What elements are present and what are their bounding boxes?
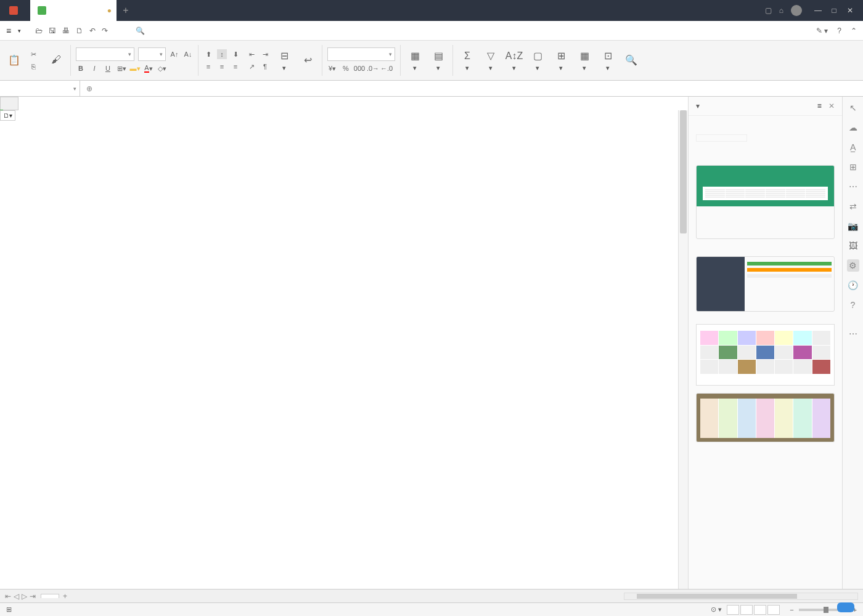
align-bottom-icon[interactable]: ⬇	[231, 49, 240, 59]
minimize-button[interactable]: —	[812, 6, 824, 15]
indent-right-icon[interactable]: ⇥	[260, 49, 270, 59]
view-read-icon[interactable]	[767, 605, 780, 615]
dots-icon[interactable]: ⋯	[847, 180, 859, 193]
comment-button[interactable]: ✎ ▾	[816, 26, 828, 35]
panel-tab-business[interactable]	[750, 134, 791, 142]
font-name-select[interactable]	[76, 47, 134, 61]
zoom-out-icon[interactable]: −	[790, 606, 793, 614]
merge-button[interactable]: ⊟ ▾	[275, 48, 293, 73]
freeze-button[interactable]: ⊡ ▾	[599, 48, 617, 73]
close-button[interactable]: ✕	[845, 6, 856, 15]
user-menu[interactable]	[791, 5, 805, 16]
italic-icon[interactable]: I	[89, 63, 99, 73]
panel-menu-icon[interactable]: ≡	[817, 102, 822, 110]
template-search-input[interactable]	[696, 134, 747, 142]
sheet-first-icon[interactable]: ⇤	[5, 592, 11, 601]
spreadsheet[interactable]: 🗋▾	[0, 97, 688, 589]
align-right-icon[interactable]: ≡	[231, 62, 240, 71]
align-top-icon[interactable]: ⬆	[203, 49, 213, 59]
home-icon[interactable]: ⌂	[779, 6, 783, 15]
status-ops-icon[interactable]: ⊙ ▾	[711, 606, 722, 614]
paste-options[interactable]: 🗋▾	[0, 110, 15, 121]
cut-button[interactable]: ✂	[28, 49, 42, 59]
view-break-icon[interactable]	[754, 605, 766, 615]
decrease-decimal-icon[interactable]: ←.0	[382, 63, 391, 73]
sort-button[interactable]: A↕Z ▾	[505, 48, 523, 73]
file-menu[interactable]: ▾	[16, 28, 21, 34]
filter-button[interactable]: ▽ ▾	[481, 48, 500, 73]
panel-close-icon[interactable]: ✕	[828, 102, 835, 110]
percent-icon[interactable]: %	[341, 63, 351, 73]
format-painter-button[interactable]: 🖌	[47, 52, 65, 69]
template-card-4[interactable]	[696, 393, 835, 442]
number-format-select[interactable]	[327, 47, 395, 61]
cursor-icon[interactable]: ↖	[847, 102, 859, 114]
collapse-ribbon-icon[interactable]: ⌃	[851, 26, 857, 35]
redo-icon[interactable]: ↷	[102, 26, 108, 35]
badge-icon[interactable]: ▢	[765, 6, 772, 15]
gear-icon[interactable]: ⚙	[847, 259, 859, 272]
view-page-icon[interactable]	[740, 605, 753, 615]
help-icon[interactable]: ?	[837, 26, 841, 35]
font-color-icon[interactable]: A▾	[144, 63, 153, 73]
panel-tab-education[interactable]	[793, 134, 835, 142]
increase-decimal-icon[interactable]: .0→	[368, 63, 378, 73]
print-icon[interactable]: 🖶	[62, 26, 70, 35]
currency-icon[interactable]: ¥▾	[327, 63, 337, 73]
trace-icon[interactable]: ⊕	[86, 84, 92, 93]
sum-button[interactable]: Σ ▾	[458, 48, 476, 73]
border-icon[interactable]: ⊞▾	[117, 63, 126, 73]
rtl-icon[interactable]: ¶	[260, 62, 270, 71]
template-card-2[interactable]	[696, 256, 835, 312]
sheet-prev-icon[interactable]: ◁	[14, 592, 19, 601]
underline-icon[interactable]: U	[103, 63, 113, 73]
document-tab[interactable]: ●	[30, 0, 117, 21]
view-normal-icon[interactable]	[727, 605, 739, 615]
sheet-tab-1[interactable]	[41, 594, 59, 598]
camera-icon[interactable]: 📷	[847, 220, 859, 232]
wrap-button[interactable]: ↩	[298, 52, 317, 69]
align-left-icon[interactable]: ≡	[203, 62, 213, 71]
table-icon[interactable]: ⊞	[847, 161, 859, 173]
indent-left-icon[interactable]: ⇤	[247, 49, 256, 59]
increase-font-icon[interactable]: A↑	[170, 49, 179, 59]
template-card-3[interactable]	[696, 324, 835, 386]
add-sheet-button[interactable]: +	[63, 592, 67, 601]
align-center-icon[interactable]: ≡	[217, 62, 227, 71]
comma-icon[interactable]: 000	[354, 63, 364, 73]
decrease-font-icon[interactable]: A↓	[183, 49, 193, 59]
select-all-corner[interactable]	[0, 97, 18, 110]
bold-icon[interactable]: B	[76, 63, 86, 73]
copy-button[interactable]: ⎘	[28, 62, 42, 71]
cloud-icon[interactable]: ☁	[847, 121, 859, 134]
orientation-icon[interactable]: ↗	[247, 62, 256, 71]
zoom-slider[interactable]	[799, 609, 848, 611]
rows-cols-button[interactable]: ⊞ ▾	[552, 48, 570, 73]
name-box[interactable]	[0, 81, 80, 96]
new-tab-button[interactable]: +	[117, 0, 135, 21]
horizontal-scrollbar[interactable]	[624, 593, 858, 600]
align-middle-icon[interactable]: ↕	[217, 49, 227, 59]
formula-input[interactable]	[104, 81, 863, 96]
font-size-select[interactable]	[138, 47, 166, 61]
text-icon[interactable]: A̲	[847, 141, 859, 153]
find-button[interactable]: 🔍	[622, 52, 640, 69]
image-icon[interactable]: 🖼	[847, 240, 859, 252]
command-search[interactable]: 🔍	[136, 26, 147, 35]
transfer-icon[interactable]: ⇄	[847, 200, 859, 213]
zoom-in-icon[interactable]: +	[853, 606, 857, 614]
format-button[interactable]: ▢ ▾	[528, 48, 547, 73]
history-icon[interactable]: 🕐	[847, 279, 859, 291]
help2-icon[interactable]: ?	[847, 299, 859, 311]
open-icon[interactable]: 🗁	[35, 26, 43, 35]
table-style-button[interactable]: ▤ ▾	[429, 48, 448, 73]
template-card-1[interactable]	[696, 165, 835, 239]
maximize-button[interactable]: □	[828, 6, 840, 15]
sheet-next-icon[interactable]: ▷	[22, 592, 27, 601]
more-icon[interactable]: ⋯	[847, 328, 859, 340]
menu-icon[interactable]: ≡	[6, 26, 11, 36]
clear-format-icon[interactable]: ◇▾	[157, 63, 167, 73]
fill-color-icon[interactable]: ▬▾	[130, 63, 140, 73]
worksheet-button[interactable]: ▦ ▾	[575, 48, 594, 73]
save-icon[interactable]: 🖫	[49, 26, 56, 35]
